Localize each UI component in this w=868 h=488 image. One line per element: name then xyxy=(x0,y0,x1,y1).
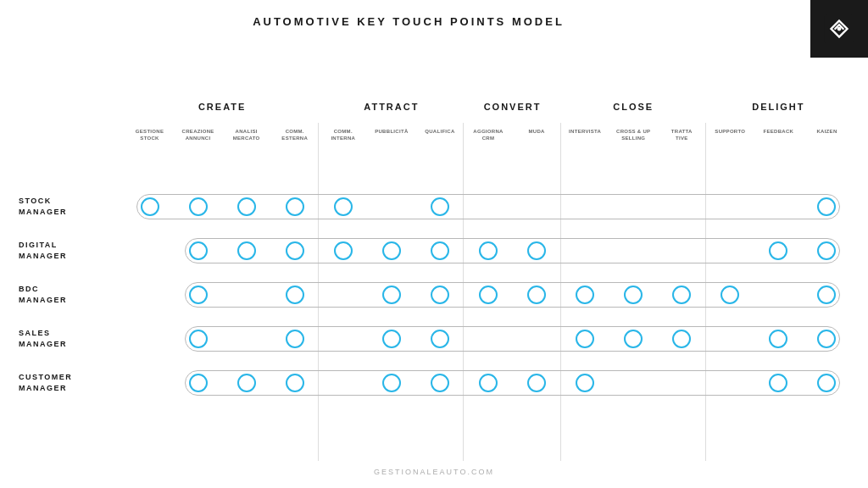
col-header-3: COMM. ESTERNA xyxy=(270,129,319,142)
col-header-13: FEEDBACK xyxy=(754,129,803,136)
row-label-3: SALES MANAGER xyxy=(19,317,119,361)
dot-row-1-col-2 xyxy=(237,241,256,260)
phase-label-convert: CONVERT xyxy=(464,102,560,112)
dot-row-4-col-2 xyxy=(237,374,256,392)
dot-row-0-col-0 xyxy=(141,197,159,216)
col-header-2: ANALISI MERCATO xyxy=(222,129,270,142)
dot-row-0-col-2 xyxy=(237,197,256,216)
track-row-1 xyxy=(185,238,841,263)
row-label-1: DIGITAL MANAGER xyxy=(19,229,119,273)
dot-row-0-col-3 xyxy=(286,197,304,216)
dot-row-1-col-6 xyxy=(431,241,449,260)
dot-row-2-col-9 xyxy=(576,286,594,304)
col-header-8: MUDA xyxy=(513,129,561,136)
track-row-4 xyxy=(185,370,841,396)
dot-row-0-col-6 xyxy=(431,197,449,216)
dot-row-2-col-8 xyxy=(527,286,546,304)
phase-label-close: CLOSE xyxy=(561,102,706,112)
dot-row-1-col-5 xyxy=(382,241,401,260)
dot-row-4-col-7 xyxy=(479,374,498,392)
dot-row-2-col-3 xyxy=(286,286,304,304)
dot-row-3-col-9 xyxy=(576,330,594,348)
dot-row-2-col-1 xyxy=(189,286,208,304)
main-title: AUTOMOTIVE KEY TOUCH POINTS MODEL xyxy=(0,0,868,28)
dot-row-1-col-7 xyxy=(479,241,498,260)
dot-row-2-col-7 xyxy=(479,286,498,304)
track-row-2 xyxy=(185,282,841,308)
dot-row-4-col-8 xyxy=(527,374,546,392)
col-header-10: CROSS & UP SELLING xyxy=(609,129,658,142)
dot-row-3-col-3 xyxy=(286,330,304,348)
track-row-3 xyxy=(185,326,841,352)
row-label-2: BDC MANAGER xyxy=(19,273,119,317)
dot-row-4-col-1 xyxy=(189,374,208,392)
dot-row-4-col-3 xyxy=(286,374,304,392)
row-label-4: CUSTOMER MANAGER xyxy=(19,361,119,405)
col-header-7: AGGIORNA CRM xyxy=(464,129,512,142)
page-container: AUTOMOTIVE KEY TOUCH POINTS MODEL CREATE… xyxy=(0,0,868,488)
col-header-12: SUPPORTO xyxy=(706,129,754,136)
col-header-5: PUBBLICITÀ xyxy=(367,129,415,136)
col-header-1: CREAZIONE ANNUNCI xyxy=(174,129,222,142)
col-header-11: TRATTA TIVE xyxy=(658,129,706,142)
dot-row-3-col-5 xyxy=(382,330,401,348)
dot-row-4-col-6 xyxy=(431,374,449,392)
dot-row-2-col-6 xyxy=(431,286,449,304)
logo-box xyxy=(810,0,868,58)
row-label-0: STOCK MANAGER xyxy=(19,185,119,229)
svg-point-1 xyxy=(837,27,842,31)
dot-row-4-col-9 xyxy=(576,374,594,392)
dot-row-1-col-1 xyxy=(189,241,208,260)
phase-label-create: CREATE xyxy=(125,102,319,112)
col-header-4: COMM. INTERNA xyxy=(319,129,367,142)
dot-row-1-col-3 xyxy=(286,241,304,260)
col-header-0: GESTIONE STOCK xyxy=(125,129,174,142)
dot-row-0-col-1 xyxy=(189,197,208,216)
phase-label-delight: DELIGHT xyxy=(706,102,851,112)
col-header-14: KAIZEN xyxy=(803,129,851,136)
footer: GESTIONALEAUTO.COM xyxy=(0,468,868,476)
dot-row-1-col-4 xyxy=(334,241,353,260)
dot-row-1-col-8 xyxy=(527,241,546,260)
col-header-6: QUALIFICA xyxy=(415,129,464,136)
dot-row-0-col-4 xyxy=(334,197,353,216)
dot-row-3-col-6 xyxy=(431,330,449,348)
dot-row-3-col-1 xyxy=(189,330,208,348)
dot-row-4-col-5 xyxy=(382,374,401,392)
phase-label-attract: ATTRACT xyxy=(319,102,464,112)
col-header-9: INTERVISTA xyxy=(561,129,609,136)
dot-row-2-col-5 xyxy=(382,286,401,304)
